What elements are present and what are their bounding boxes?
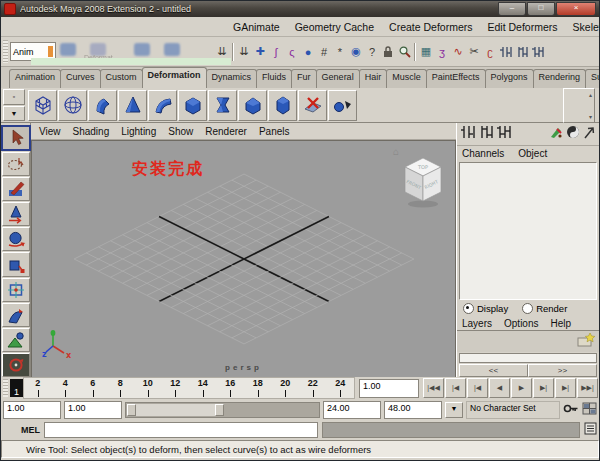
cone-deformer-icon[interactable] xyxy=(118,90,147,121)
menu-ganimate[interactable]: GAnimate xyxy=(233,21,280,33)
animation-start-field[interactable]: 1.00 xyxy=(3,401,61,419)
shelf-empty-slot[interactable]: ▴▾ xyxy=(563,88,595,123)
tab-painteffects[interactable]: PaintEffects xyxy=(426,69,486,88)
status-line-grip[interactable] xyxy=(3,40,8,63)
current-frame-indicator[interactable]: 1 xyxy=(10,379,23,397)
move-tool-icon[interactable] xyxy=(2,202,30,226)
last-tool-used-icon[interactable] xyxy=(2,353,30,377)
range-start-handle[interactable] xyxy=(127,404,136,416)
go-to-start-button[interactable]: |◀◀ xyxy=(423,378,444,398)
panel-menu-shading[interactable]: Shading xyxy=(73,126,110,137)
tab-custom[interactable]: Custom xyxy=(100,69,143,88)
tab-subdivs[interactable]: Subdivs xyxy=(585,69,600,88)
show-manipulator-tool-icon[interactable] xyxy=(2,328,30,352)
snap-to-curves-icon[interactable]: ʃ xyxy=(268,43,284,61)
tab-fluids[interactable]: Fluids xyxy=(256,69,292,88)
flare-deformer-icon[interactable] xyxy=(208,90,237,121)
range-end-handle[interactable] xyxy=(215,404,224,416)
playback-end-field[interactable]: 24.00 xyxy=(323,401,381,419)
tab-curves[interactable]: Curves xyxy=(60,69,101,88)
channel-box-list[interactable] xyxy=(459,162,597,300)
timeline-grip[interactable] xyxy=(3,379,8,397)
tab-rendering[interactable]: Rendering xyxy=(533,69,587,88)
step-back-key-button[interactable]: |◀ xyxy=(445,378,466,398)
make-live-icon[interactable]: ● xyxy=(300,43,316,61)
animation-preferences-icon[interactable] xyxy=(582,401,597,419)
object-menu[interactable]: Object xyxy=(518,148,547,159)
render-radio-group[interactable]: Render xyxy=(522,303,567,314)
channels-menu[interactable]: Channels xyxy=(462,148,504,159)
ipr-render-icon[interactable]: ʒ xyxy=(434,43,450,61)
snap-to-grids-icon[interactable]: # xyxy=(316,43,332,61)
manipulator-arrow-icon[interactable] xyxy=(583,125,595,143)
wire-tool-icon[interactable] xyxy=(328,90,357,121)
menu-skeleton[interactable]: Skeleton xyxy=(573,21,600,33)
animation-end-field[interactable]: 48.00 xyxy=(384,401,442,419)
snap-to-points-icon[interactable]: ς xyxy=(284,43,300,61)
view-cube[interactable]: TOP FRONT RIGHT xyxy=(399,155,447,213)
pane-back-button[interactable]: << xyxy=(459,364,528,377)
soft-modification-tool-icon[interactable] xyxy=(2,303,30,327)
universal-manipulator-icon[interactable] xyxy=(2,278,30,302)
panel-menu-panels[interactable]: Panels xyxy=(259,126,290,137)
range-slider-active-region[interactable] xyxy=(127,404,224,416)
step-forward-key-button[interactable]: ▶| xyxy=(555,378,576,398)
maximize-button[interactable]: □ xyxy=(527,2,555,16)
delete-deformer-icon[interactable] xyxy=(298,90,327,121)
channel-layout-single-icon[interactable] xyxy=(461,125,476,143)
minimize-button[interactable]: – xyxy=(498,2,526,16)
playback-options-dropdown-icon[interactable]: ▼ xyxy=(445,402,463,418)
shelf-menu-button[interactable]: ▼ xyxy=(3,106,25,122)
play-forwards-button[interactable]: ▶ xyxy=(511,378,532,398)
auto-keyframe-icon[interactable] xyxy=(563,401,579,419)
tab-dynamics[interactable]: Dynamics xyxy=(206,69,258,88)
squash-deformer-icon[interactable] xyxy=(238,90,267,121)
show-layer-editor-icon[interactable] xyxy=(514,43,530,61)
lasso-tool-icon[interactable] xyxy=(2,152,30,176)
highlight-selection-icon[interactable]: ✚ xyxy=(252,43,268,61)
pane-forward-button[interactable]: >> xyxy=(528,364,597,377)
render-current-frame-icon[interactable]: ▦ xyxy=(418,43,434,61)
quick-help-icon[interactable]: ? xyxy=(364,43,380,61)
mel-input[interactable] xyxy=(44,422,318,438)
viewport-canvas[interactable]: 安装完成 ⌂ TOP FRONT RIGHT xyxy=(31,140,456,379)
bend-deformer-icon[interactable] xyxy=(148,90,177,121)
paint-effects-icon[interactable]: ∿ xyxy=(450,43,466,61)
layer-list[interactable] xyxy=(457,331,599,352)
cube-deformer-icon[interactable] xyxy=(178,90,207,121)
title-bar[interactable]: Autodesk Maya 2008 Extension 2 - untitle… xyxy=(1,1,599,17)
menu-edit-deformers[interactable]: Edit Deformers xyxy=(488,21,558,33)
paint-selection-tool-icon[interactable] xyxy=(2,177,30,201)
panel-menu-show[interactable]: Show xyxy=(168,126,193,137)
snap-to-view-planes-icon[interactable]: * xyxy=(332,43,348,61)
display-radio-button[interactable] xyxy=(463,303,474,314)
layers-menu[interactable]: Layers xyxy=(462,318,492,329)
tab-deformation[interactable]: Deformation xyxy=(142,67,207,88)
timeline-ticks[interactable]: 2 4 6 8 10 12 14 16 18 20 22 24 xyxy=(23,377,355,399)
sphere-lattice-icon[interactable] xyxy=(58,90,87,121)
layer-options-menu[interactable]: Options xyxy=(504,318,538,329)
tab-polygons[interactable]: Polygons xyxy=(485,69,534,88)
menu-geometry-cache[interactable]: Geometry Cache xyxy=(295,21,374,33)
tab-fur[interactable]: Fur xyxy=(291,69,317,88)
step-forward-frame-button[interactable]: ▶| xyxy=(533,378,554,398)
rotate-tool-icon[interactable] xyxy=(2,227,30,251)
panel-menu-renderer[interactable]: Renderer xyxy=(205,126,247,137)
character-set-selector[interactable]: No Character Set xyxy=(466,401,560,419)
display-radio-group[interactable]: Display xyxy=(463,303,508,314)
play-backwards-button[interactable]: ◀ xyxy=(489,378,510,398)
layer-scrollbar[interactable] xyxy=(459,353,597,363)
speed-toggle-icon[interactable] xyxy=(566,125,580,143)
current-time-field[interactable]: 1.00 xyxy=(359,379,419,398)
select-tool-icon[interactable] xyxy=(1,125,31,151)
playback-start-field[interactable]: 1.00 xyxy=(64,401,122,419)
tab-animation[interactable]: Animation xyxy=(9,69,61,88)
close-button[interactable]: × xyxy=(556,2,596,16)
render-settings-icon[interactable]: ʗ xyxy=(482,43,498,61)
channel-layout-split-icon[interactable] xyxy=(497,125,512,143)
panel-menu-view[interactable]: View xyxy=(39,126,61,137)
tab-hair[interactable]: Hair xyxy=(359,69,388,88)
layer-help-menu[interactable]: Help xyxy=(550,318,571,329)
lock-icon[interactable] xyxy=(380,43,396,61)
scale-tool-icon[interactable] xyxy=(2,252,30,276)
